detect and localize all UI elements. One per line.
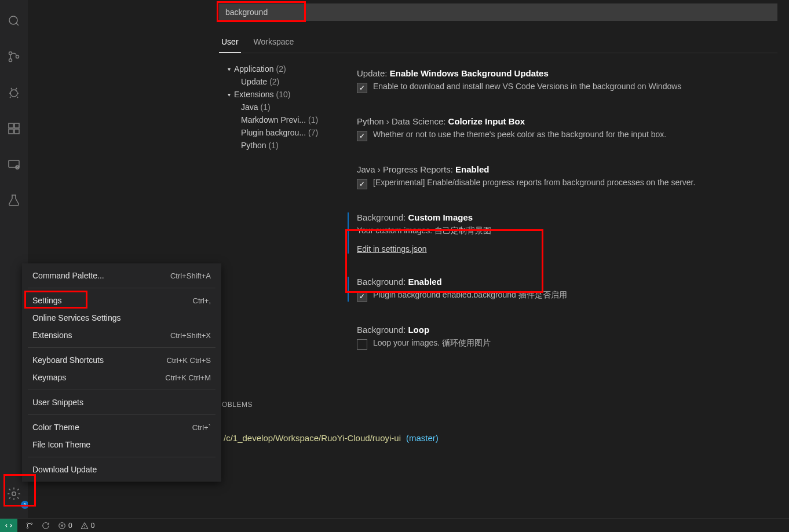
svg-point-5	[10, 90, 17, 97]
tab-workspace[interactable]: Workspace	[251, 34, 297, 53]
menu-keyboard-shortcuts[interactable]: Keyboard Shortcuts Ctrl+K Ctrl+S	[22, 351, 221, 369]
tree-label: Extensions	[234, 90, 273, 99]
menu-shortcut: Ctrl+,	[193, 296, 211, 305]
setting-background-loop: Background: Loop Loop your images. 循环使用图…	[357, 325, 777, 350]
gear-icon[interactable]: 1	[0, 480, 28, 508]
setting-java-progress-reports: Java › Progress Reports: Enabled ✓ [Expe…	[357, 164, 777, 189]
edit-in-settings-json-link[interactable]: Edit in settings.json	[357, 244, 427, 254]
menu-label: Settings	[32, 296, 62, 305]
status-warnings-count: 0	[91, 522, 95, 530]
menu-extensions[interactable]: Extensions Ctrl+Shift+X	[22, 326, 221, 344]
setting-background-custom-images: Background: Custom Images Your custom im…	[348, 212, 777, 254]
status-errors[interactable]: 0	[58, 522, 72, 530]
checkbox[interactable]: ✓	[357, 291, 367, 302]
setting-desc: Loop your images. 循环使用图片	[373, 338, 491, 348]
checkbox[interactable]: ✓	[357, 131, 367, 141]
menu-label: Download Update	[32, 465, 97, 474]
status-warnings[interactable]: 0	[81, 522, 95, 530]
tree-label: Markdown Previ...	[241, 115, 306, 124]
chevron-down-icon: ▾	[224, 66, 234, 72]
status-sync[interactable]	[42, 522, 50, 530]
menu-download-update[interactable]: Download Update	[22, 461, 221, 478]
tree-count: (7)	[308, 128, 318, 137]
setting-scope: Python › Data Science:	[357, 116, 448, 126]
debug-icon[interactable]	[0, 79, 28, 107]
settings-tree: ▾ Application (2) Update (2) ▾ Extension…	[224, 63, 363, 152]
menu-separator	[28, 414, 215, 415]
menu-shortcut: Ctrl+`	[192, 423, 211, 432]
menu-label: Keymaps	[32, 373, 66, 382]
svg-rect-9	[14, 123, 19, 128]
settings-list: Update: Enable Windows Background Update…	[357, 68, 777, 373]
menu-color-theme[interactable]: Color Theme Ctrl+`	[22, 419, 221, 436]
setting-update-enable-windows-bg: Update: Enable Windows Background Update…	[357, 68, 777, 93]
menu-separator	[28, 390, 215, 390]
test-icon[interactable]	[0, 186, 28, 214]
menu-label: Online Services Settings	[32, 313, 121, 322]
menu-separator	[28, 457, 215, 457]
checkbox[interactable]: ✓	[357, 179, 367, 189]
menu-keymaps[interactable]: Keymaps Ctrl+K Ctrl+M	[22, 369, 221, 386]
panel-tab-problems[interactable]: OBLEMS	[222, 401, 253, 409]
setting-scope: Java › Progress Reports:	[357, 164, 455, 174]
menu-shortcut: Ctrl+K Ctrl+M	[165, 373, 211, 382]
menu-command-palette[interactable]: Command Palette... Ctrl+Shift+A	[22, 267, 221, 284]
svg-point-16	[27, 523, 28, 524]
search-icon[interactable]	[0, 7, 28, 35]
svg-point-23	[84, 527, 85, 527]
tree-python[interactable]: Python (1)	[224, 139, 363, 152]
extensions-icon[interactable]	[0, 115, 28, 142]
svg-rect-8	[14, 129, 19, 134]
tree-application[interactable]: ▾ Application (2)	[224, 63, 363, 75]
menu-user-snippets[interactable]: User Snippets	[22, 394, 221, 411]
tree-label: Python	[241, 141, 266, 150]
settings-search-input[interactable]	[219, 3, 777, 21]
svg-point-3	[9, 59, 12, 62]
remote-indicator[interactable]	[0, 519, 17, 532]
setting-desc: [Experimental] Enable/disable progress r…	[373, 178, 695, 187]
checkbox[interactable]	[357, 339, 367, 350]
remote-icon[interactable]	[0, 151, 28, 178]
status-errors-count: 0	[68, 522, 72, 530]
menu-label: File Icon Theme	[32, 440, 90, 449]
settings-scope-tabs: User Workspace	[219, 34, 777, 53]
menu-separator	[28, 347, 215, 348]
tree-count: (2)	[269, 77, 279, 86]
checkbox[interactable]: ✓	[357, 83, 367, 93]
tree-count: (1)	[269, 141, 279, 150]
menu-settings[interactable]: Settings Ctrl+,	[22, 292, 221, 309]
terminal-output[interactable]: /c/1_develop/Workspace/RuoYi-Cloud/ruoyi…	[224, 433, 439, 443]
menu-separator	[28, 288, 215, 288]
svg-rect-6	[9, 123, 13, 128]
tree-count: (1)	[308, 115, 318, 124]
tree-markdown[interactable]: Markdown Previ... (1)	[224, 113, 363, 126]
tree-java[interactable]: Java (1)	[224, 101, 363, 113]
settings-search-wrap	[219, 3, 777, 21]
menu-online-services[interactable]: Online Services Settings	[22, 309, 221, 326]
tree-count: (2)	[276, 64, 286, 74]
setting-scope: Background:	[357, 325, 408, 335]
tree-label: Application	[234, 64, 274, 74]
svg-rect-7	[9, 129, 13, 134]
source-control-icon[interactable]	[0, 43, 28, 71]
setting-name: Enable Windows Background Updates	[390, 68, 549, 78]
tree-update[interactable]: Update (2)	[224, 75, 363, 88]
status-branch[interactable]	[25, 522, 34, 530]
chevron-down-icon: ▾	[224, 91, 234, 98]
status-bar: 0 0	[0, 518, 789, 532]
setting-scope: Background:	[357, 277, 408, 287]
svg-point-15	[12, 492, 16, 496]
tab-user[interactable]: User	[219, 34, 241, 53]
menu-shortcut: Ctrl+Shift+A	[170, 271, 211, 280]
setting-desc: Enable to download and install new VS Co…	[373, 82, 681, 91]
svg-rect-10	[9, 160, 19, 167]
svg-point-17	[27, 527, 28, 528]
setting-name: Enabled	[408, 277, 441, 287]
tree-extensions[interactable]: ▾ Extensions (10)	[224, 88, 363, 101]
setting-desc: Plugin background enabled.background 插件是…	[373, 290, 567, 300]
tree-plugin-background[interactable]: Plugin backgrou... (7)	[224, 126, 363, 139]
menu-file-icon-theme[interactable]: File Icon Theme	[22, 436, 221, 453]
menu-label: User Snippets	[32, 398, 83, 407]
tree-count: (1)	[261, 102, 271, 112]
setting-name: Enabled	[455, 164, 489, 174]
